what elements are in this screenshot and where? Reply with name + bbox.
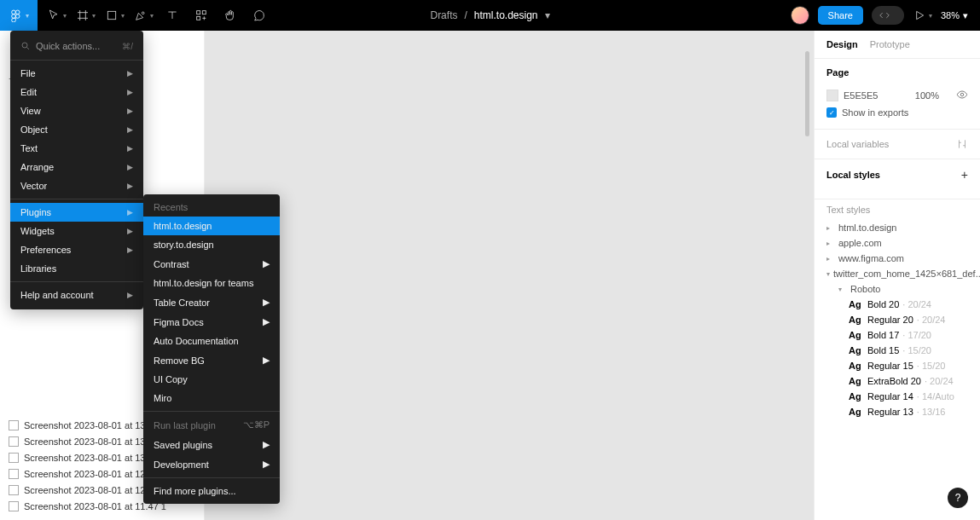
- menu-item-preferences[interactable]: Preferences▶: [10, 240, 143, 259]
- page-bg-swatch[interactable]: [826, 90, 838, 101]
- hand-tool[interactable]: [217, 0, 244, 31]
- page-bg-hex[interactable]: E5E5E5: [844, 90, 878, 101]
- plugin-ui-copy[interactable]: UI Copy: [143, 370, 280, 389]
- shape-tool[interactable]: ▾: [101, 0, 128, 31]
- settings-icon[interactable]: [956, 138, 968, 150]
- svg-point-9: [960, 93, 964, 96]
- local-variables-label[interactable]: Local variables: [826, 139, 889, 149]
- svg-point-5: [142, 12, 144, 14]
- text-style[interactable]: AgBold 20 · 20/24: [815, 297, 980, 312]
- text-style[interactable]: AgRegular 13 · 13/16: [815, 404, 980, 419]
- menu-item-object[interactable]: Object▶: [10, 120, 143, 139]
- svg-rect-7: [202, 11, 206, 14]
- plugin-remove-bg[interactable]: Remove BG▶: [143, 350, 280, 370]
- svg-rect-6: [197, 11, 200, 14]
- plugin-story-to-design[interactable]: story.to.design: [143, 235, 280, 254]
- image-layer-icon: [9, 501, 19, 511]
- text-tool[interactable]: [159, 0, 186, 31]
- show-exports-checkbox[interactable]: ✓: [826, 107, 837, 118]
- tab-prototype[interactable]: Prototype: [870, 39, 910, 49]
- text-styles-list: ▸html.to.design▸apple.com▸www.figma.com▾…: [815, 217, 980, 423]
- menu-item-plugins[interactable]: Plugins▶: [10, 203, 143, 222]
- top-toolbar: ▾ ▾ ▾ ▾ ▾ Drafts / html.to.design ▾ Shar…: [0, 0, 980, 31]
- plugin-contrast[interactable]: Contrast▶: [143, 254, 280, 274]
- plugins-submenu: Recents html.to.design story.to.design C…: [143, 194, 280, 504]
- rectangle-icon: [105, 9, 119, 22]
- menu-item-file[interactable]: File▶: [10, 64, 143, 83]
- design-panel: Design Prototype Page E5E5E5 100% ✓ Show…: [814, 31, 980, 520]
- text-style[interactable]: AgRegular 20 · 20/24: [815, 312, 980, 327]
- present-button[interactable]: ▾: [913, 0, 932, 31]
- pen-tool[interactable]: ▾: [130, 0, 157, 31]
- menu-item-edit[interactable]: Edit▶: [10, 83, 143, 101]
- zoom-control[interactable]: 38%▾: [941, 10, 968, 21]
- frame-icon: [76, 9, 90, 22]
- run-last-plugin[interactable]: Run last plugin⌥⌘P: [143, 415, 280, 435]
- page-bg-opacity[interactable]: 100%: [915, 90, 939, 101]
- menu-item-text[interactable]: Text▶: [10, 139, 143, 158]
- image-layer-icon: [9, 420, 19, 430]
- local-styles-title: Local styles: [826, 170, 880, 180]
- text-style[interactable]: AgRegular 14 · 14/Auto: [815, 389, 980, 404]
- dev-mode-toggle[interactable]: [872, 6, 904, 25]
- canvas-scrollbar[interactable]: [805, 51, 809, 136]
- text-styles-heading: Text styles: [815, 199, 980, 217]
- saved-plugins[interactable]: Saved plugins▶: [143, 435, 280, 454]
- menu-item-arrange[interactable]: Arrange▶: [10, 158, 143, 176]
- add-style-button[interactable]: +: [961, 168, 968, 182]
- resources-icon: [194, 9, 208, 22]
- breadcrumb[interactable]: Drafts / html.to.design ▾: [430, 9, 549, 21]
- text-style[interactable]: AgExtraBold 20 · 20/24: [815, 373, 980, 389]
- image-layer-icon: [9, 485, 19, 495]
- user-avatar[interactable]: [791, 6, 809, 25]
- show-exports-label: Show in exports: [842, 107, 908, 118]
- find-more-plugins[interactable]: Find more plugins...: [143, 482, 280, 500]
- quick-actions[interactable]: Quick actions... ⌘/: [10, 36, 143, 56]
- plugin-auto-documentation[interactable]: Auto Documentation: [143, 332, 280, 350]
- main-menu: Quick actions... ⌘/ File▶Edit▶View▶Objec…: [10, 31, 143, 309]
- plugin-html-to-design[interactable]: html.to.design: [143, 217, 280, 235]
- frame-tool[interactable]: ▾: [72, 0, 99, 31]
- style-folder[interactable]: ▸apple.com: [815, 235, 980, 251]
- style-folder-roboto[interactable]: ▾Roboto: [815, 281, 980, 297]
- canvas[interactable]: [205, 31, 814, 520]
- style-folder[interactable]: ▾twitter_com_home_1425×681_def...: [815, 266, 980, 281]
- figma-menu-button[interactable]: ▾: [0, 0, 38, 31]
- play-icon: [913, 9, 926, 22]
- chevron-down-icon: ▾: [26, 12, 29, 20]
- development-plugins[interactable]: Development▶: [143, 454, 280, 474]
- menu-item-vector[interactable]: Vector▶: [10, 176, 143, 195]
- plugin-figma-docs[interactable]: Figma Docs▶: [143, 312, 280, 332]
- file-name: html.to.design: [474, 9, 538, 21]
- image-layer-icon: [9, 469, 19, 479]
- move-tool[interactable]: ▾: [43, 0, 70, 31]
- pen-icon: [134, 9, 148, 22]
- text-style[interactable]: AgBold 17 · 17/20: [815, 327, 980, 343]
- text-style[interactable]: AgBold 15 · 15/20: [815, 343, 980, 358]
- figma-logo-icon: [9, 9, 23, 22]
- style-folder[interactable]: ▸html.to.design: [815, 220, 980, 235]
- menu-item-widgets[interactable]: Widgets▶: [10, 222, 143, 240]
- svg-point-3: [15, 14, 20, 19]
- plugin-table-creator[interactable]: Table Creator▶: [143, 292, 280, 312]
- help-button[interactable]: ?: [948, 488, 968, 508]
- cursor-icon: [47, 9, 61, 22]
- menu-item-libraries[interactable]: Libraries: [10, 259, 143, 278]
- plugin-miro[interactable]: Miro: [143, 389, 280, 407]
- tab-design[interactable]: Design: [826, 39, 858, 49]
- share-button[interactable]: Share: [818, 6, 863, 25]
- resources-tool[interactable]: [188, 0, 215, 31]
- visibility-icon[interactable]: [956, 89, 968, 102]
- menu-item-help[interactable]: Help and account▶: [10, 286, 143, 304]
- svg-rect-0: [11, 10, 15, 14]
- style-folder[interactable]: ▸www.figma.com: [815, 251, 980, 266]
- menu-item-view[interactable]: View▶: [10, 101, 143, 120]
- text-style[interactable]: AgRegular 15 · 15/20: [815, 358, 980, 373]
- code-icon: [879, 9, 890, 21]
- text-icon: [165, 9, 179, 22]
- plugin-html-to-design-for-teams[interactable]: html.to.design for teams: [143, 274, 280, 292]
- image-layer-icon: [9, 453, 19, 463]
- svg-rect-1: [15, 10, 20, 14]
- comment-tool[interactable]: [246, 0, 273, 31]
- svg-rect-4: [107, 11, 115, 19]
